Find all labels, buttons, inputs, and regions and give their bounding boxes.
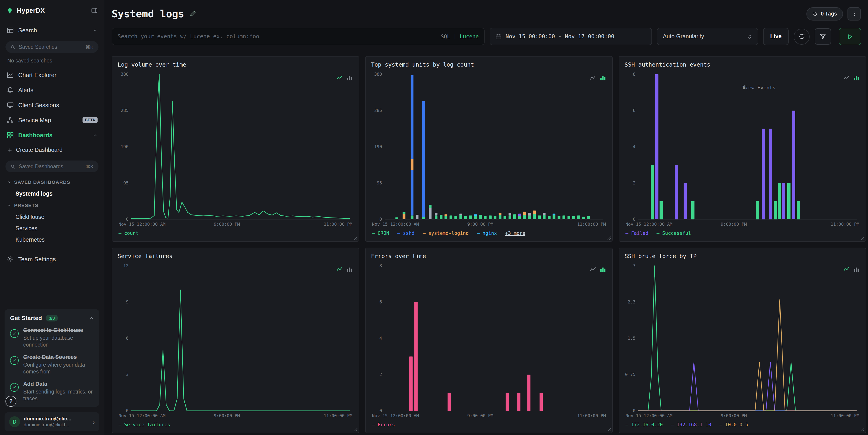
bar-chart-icon[interactable] (600, 75, 606, 81)
saved-searches-input[interactable]: Saved Searches ⌘K (5, 41, 98, 53)
sidebar-item-service-map[interactable]: Service Map BETA (0, 113, 104, 128)
line-chart-icon[interactable] (336, 266, 342, 272)
dashboard-link-systemd-logs[interactable]: Systemd logs (0, 188, 104, 199)
panel-title[interactable]: Errors over time (371, 253, 607, 259)
saved-dashboards-input[interactable]: Saved Dashboards ⌘K (5, 160, 98, 173)
bar-chart-icon[interactable] (346, 75, 352, 81)
table-icon (6, 27, 14, 34)
legend-item[interactable]: —Errors (372, 422, 395, 427)
chart-plot[interactable]: 02468Nov 15 12:00:00 AM9:00:00 PM11:00:0… (371, 262, 607, 419)
get-started-item-subtitle: Configure where your data comes from (23, 362, 94, 375)
sql-toggle[interactable]: SQL (441, 33, 450, 40)
legend-item[interactable]: —Failed (625, 230, 649, 236)
search-icon (10, 44, 16, 50)
chart-plot[interactable]: 095190285380Nov 15 12:00:00 AM9:00:00 PM… (371, 71, 607, 227)
chart-plot[interactable]: 02468Nov 15 12:00:00 AM9:00:00 PM11:00:0… (625, 71, 860, 227)
tags-button[interactable]: 0 Tags (807, 7, 843, 20)
legend-item[interactable]: —systemd-logind (423, 230, 469, 236)
svg-text:2: 2 (633, 180, 636, 185)
get-started-item-title: Create Data Sources (23, 354, 94, 361)
line-chart-icon[interactable] (843, 75, 849, 81)
magnifier-icon (742, 85, 748, 90)
chart-plot[interactable]: 00.751.52.33Nov 15 12:00:00 AM9:00:00 PM… (625, 262, 860, 419)
bar-chart-icon[interactable] (346, 266, 352, 272)
preset-link-clickhouse[interactable]: ClickHouse (0, 211, 104, 222)
svg-text:11:00:00 PM: 11:00:00 PM (324, 222, 352, 227)
refresh-button[interactable] (794, 29, 810, 44)
legend-item[interactable]: —Service failures (119, 422, 170, 427)
resize-handle[interactable] (353, 427, 358, 431)
svg-text:11:00:00 PM: 11:00:00 PM (577, 413, 606, 418)
get-started-item[interactable]: Connect to ClickHouse Set up your databa… (10, 327, 94, 349)
panel-title[interactable]: Top systemd units by log count (371, 61, 607, 68)
edit-title-icon[interactable] (190, 10, 196, 17)
section-saved-dashboards[interactable]: SAVED DASHBOARDS (0, 176, 104, 188)
legend-item[interactable]: —Successful (657, 230, 691, 236)
svg-text:285: 285 (121, 108, 129, 113)
create-dashboard-button[interactable]: Create Dashboard (0, 143, 104, 157)
bell-icon (6, 87, 14, 93)
legend-item[interactable]: —CRON (372, 230, 389, 236)
chart-plot[interactable]: 095190285380Nov 15 12:00:00 AM9:00:00 PM… (118, 71, 353, 227)
legend-item[interactable]: —nginx (477, 230, 497, 236)
date-range-input[interactable]: Nov 15 00:00:00 - Nov 17 00:00:00 (490, 28, 652, 45)
sidebar-item-alerts[interactable]: Alerts (0, 83, 104, 98)
filter-button[interactable] (815, 28, 831, 45)
resize-handle[interactable] (607, 427, 611, 431)
get-started-card: Get Started 3/3 Connect to ClickHouse Se… (5, 309, 99, 407)
collapse-sidebar-icon[interactable] (91, 7, 98, 14)
legend-item[interactable]: —192.168.1.10 (671, 422, 711, 427)
line-chart-icon[interactable] (336, 75, 342, 81)
view-events-button[interactable]: View Events (742, 85, 776, 91)
search-icon (10, 164, 16, 169)
legend-item[interactable]: —count (119, 230, 138, 236)
granularity-select[interactable]: Auto Granularity (657, 28, 758, 45)
bar-chart-icon[interactable] (854, 266, 859, 272)
line-chart-icon[interactable] (590, 75, 596, 81)
resize-handle[interactable] (607, 236, 611, 240)
legend-item[interactable]: +3 more (505, 230, 525, 236)
run-query-button[interactable] (839, 28, 861, 45)
panel-title[interactable]: Service failures (118, 253, 353, 259)
sidebar-item-team-settings[interactable]: Team Settings (0, 252, 104, 267)
panel-title[interactable]: Log volume over time (118, 61, 353, 68)
sidebar-item-chart-explorer[interactable]: Chart Explorer (0, 67, 104, 83)
legend-item[interactable]: —172.16.0.20 (625, 422, 663, 427)
legend-item[interactable]: —10.0.0.5 (719, 422, 748, 427)
grid-icon (6, 132, 14, 138)
chevron-up-icon[interactable] (89, 316, 94, 321)
svg-text:2: 2 (379, 372, 382, 377)
sidebar-item-dashboards[interactable]: Dashboards (0, 128, 104, 143)
user-menu[interactable]: D dominic.tran@clic... dominic.tran@clic… (5, 412, 99, 431)
lucene-toggle[interactable]: Lucene (460, 33, 479, 40)
sidebar-item-search[interactable]: Search (0, 23, 104, 38)
line-chart-icon[interactable] (843, 266, 849, 272)
get-started-item-subtitle: Set up your database connection (23, 335, 94, 349)
get-started-item[interactable]: Add Data Start sending logs, metrics, or… (10, 381, 94, 402)
preset-link-kubernetes[interactable]: Kubernetes (0, 234, 104, 245)
sidebar-item-client-sessions[interactable]: Client Sessions (0, 98, 104, 113)
resize-handle[interactable] (860, 427, 864, 431)
get-started-progress-badge: 3/3 (45, 315, 58, 322)
help-button[interactable]: ? (5, 396, 17, 407)
line-chart-icon[interactable] (590, 266, 596, 272)
get-started-item[interactable]: Create Data Sources Configure where your… (10, 354, 94, 375)
bar-chart-icon[interactable] (600, 266, 606, 272)
legend-item[interactable]: —sshd (397, 230, 414, 236)
dashboard-menu-button[interactable] (847, 7, 861, 20)
section-presets[interactable]: PRESETS (0, 199, 104, 211)
event-search-input[interactable]: Search your events w/ Lucene ex. column:… (112, 28, 485, 45)
section-label: PRESETS (14, 203, 38, 208)
panel-title[interactable]: SSH authentication events (625, 61, 860, 68)
preset-link-services[interactable]: Services (0, 222, 104, 234)
chart-plot[interactable]: 036912Nov 15 12:00:00 AM9:00:00 PM11:00:… (118, 262, 353, 419)
resize-handle[interactable] (353, 236, 358, 240)
bar-chart-icon[interactable] (854, 75, 859, 81)
svg-text:8: 8 (633, 71, 636, 76)
panel-log-volume: Log volume over time 095190285380Nov 15 … (112, 56, 359, 242)
chart-legend: —172.16.0.20—192.168.1.10—10.0.0.5 (625, 420, 860, 429)
live-button[interactable]: Live (763, 28, 789, 45)
svg-text:Nov 15 12:00:00 AM: Nov 15 12:00:00 AM (372, 413, 419, 418)
panel-title[interactable]: SSH brute force by IP (625, 253, 860, 259)
resize-handle[interactable] (860, 236, 864, 240)
